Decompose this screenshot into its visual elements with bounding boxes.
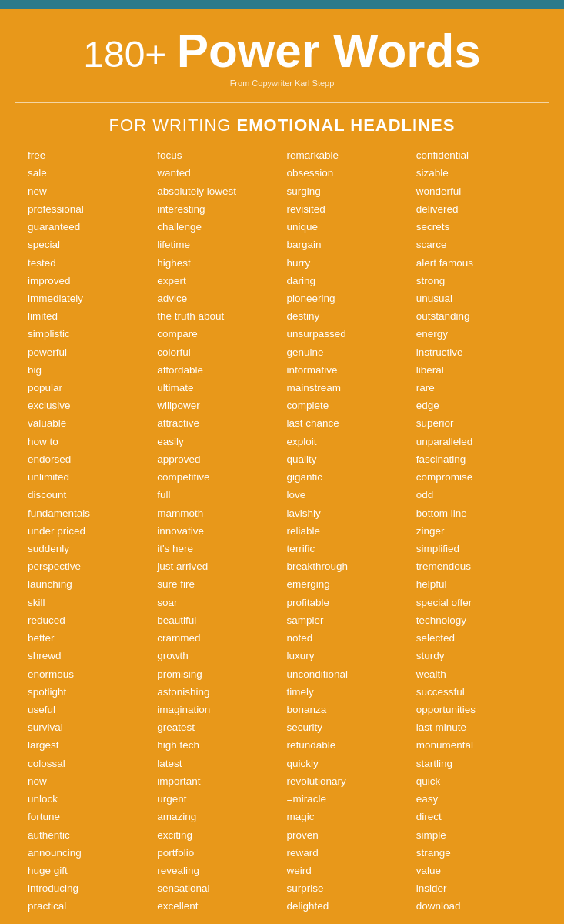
word-item: sturdy — [416, 647, 536, 665]
word-item: download — [416, 897, 536, 915]
word-item: tremendous — [416, 557, 536, 575]
word-item: soar — [157, 594, 277, 611]
word-item: simplified — [416, 540, 536, 557]
word-item: astonishing — [157, 683, 277, 701]
word-item: opportunities — [416, 701, 536, 718]
word-item: reduced — [28, 611, 148, 629]
word-item: exploit — [287, 433, 407, 450]
word-item: terrific — [287, 540, 407, 557]
word-item: profitable — [287, 594, 407, 611]
word-item: new — [28, 182, 148, 200]
word-item: selected — [416, 629, 536, 647]
word-item: luxury — [287, 647, 407, 665]
divider — [15, 102, 549, 103]
title-prefix: 180+ — [83, 34, 166, 75]
word-item: sensational — [157, 879, 277, 897]
word-item: powerful — [28, 343, 148, 361]
word-item: insider — [416, 879, 536, 897]
word-item: colossal — [28, 755, 148, 772]
word-item: unparalleled — [416, 433, 536, 450]
word-item: important — [157, 772, 277, 790]
word-item: big — [28, 361, 148, 379]
word-item: delivered — [416, 200, 536, 218]
word-item: sale — [28, 164, 148, 182]
word-item: highest — [157, 254, 277, 272]
word-item: launching — [28, 575, 148, 593]
word-item: outstanding — [416, 307, 536, 325]
word-item: interesting — [157, 200, 277, 218]
word-item: unlock — [28, 790, 148, 808]
word-item: focus — [157, 146, 277, 164]
word-item: affordable — [157, 361, 277, 379]
word-item: odd — [416, 486, 536, 504]
word-item: love — [287, 486, 407, 504]
word-item: absolutely lowest — [157, 182, 277, 200]
word-item: special — [28, 236, 148, 253]
word-item: edge — [416, 397, 536, 414]
word-item: instructive — [416, 343, 536, 361]
word-item: exclusive — [28, 397, 148, 414]
word-item: immediately — [28, 290, 148, 307]
word-item: quality — [287, 450, 407, 468]
word-item: advice — [157, 290, 277, 307]
word-item: fortune — [28, 808, 148, 825]
word-item: urgent — [157, 790, 277, 808]
word-item: huge gift — [28, 862, 148, 879]
word-item: scarce — [416, 236, 536, 253]
word-item: pioneering — [287, 290, 407, 307]
word-item: authentic — [28, 826, 148, 844]
word-item: alert famous — [416, 254, 536, 272]
word-item: colorful — [157, 343, 277, 361]
word-item: strange — [416, 844, 536, 862]
word-item: willpower — [157, 397, 277, 414]
word-item: simplistic — [28, 325, 148, 343]
word-item: last minute — [416, 718, 536, 736]
word-item: helpful — [416, 575, 536, 593]
word-item: lavishly — [287, 504, 407, 522]
word-column-1: freesalenewprofessionalguaranteedspecial… — [23, 146, 152, 915]
word-item: tested — [28, 254, 148, 272]
word-item: mammoth — [157, 504, 277, 522]
word-item: obsession — [287, 164, 407, 182]
word-item: secrets — [416, 218, 536, 236]
word-item: suddenly — [28, 540, 148, 557]
word-item: special offer — [416, 594, 536, 611]
word-item: hurry — [287, 254, 407, 272]
word-column-2: focuswantedabsolutely lowestinterestingc… — [152, 146, 282, 915]
word-item: compromise — [416, 468, 536, 486]
word-item: unsurpassed — [287, 325, 407, 343]
word-item: imagination — [157, 701, 277, 718]
word-item: greatest — [157, 718, 277, 736]
word-item: delighted — [287, 897, 407, 915]
word-item: better — [28, 629, 148, 647]
word-item: technology — [416, 611, 536, 629]
word-item: liberal — [416, 361, 536, 379]
word-item: monumental — [416, 736, 536, 754]
word-item: practical — [28, 897, 148, 915]
word-item: mainstream — [287, 379, 407, 397]
word-item: destiny — [287, 307, 407, 325]
word-item: latest — [157, 755, 277, 772]
word-item: quick — [416, 772, 536, 790]
title-main: Power Words — [177, 24, 481, 77]
word-item: bargain — [287, 236, 407, 253]
word-item: =miracle — [287, 790, 407, 808]
word-item: value — [416, 862, 536, 879]
word-item: competitive — [157, 468, 277, 486]
word-item: growth — [157, 647, 277, 665]
word-item: wonderful — [416, 182, 536, 200]
word-item: easily — [157, 433, 277, 450]
word-item: bottom line — [416, 504, 536, 522]
word-item: security — [287, 718, 407, 736]
word-item: valuable — [28, 414, 148, 432]
word-item: emerging — [287, 575, 407, 593]
word-item: innovative — [157, 522, 277, 540]
word-item: unlimited — [28, 468, 148, 486]
word-item: noted — [287, 629, 407, 647]
word-item: fundamentals — [28, 504, 148, 522]
attribution: From Copywriter Karl Stepp — [15, 79, 549, 88]
word-item: proven — [287, 826, 407, 844]
word-item: discount — [28, 486, 148, 504]
word-item: easy — [416, 790, 536, 808]
words-section: freesalenewprofessionalguaranteedspecial… — [0, 146, 564, 924]
